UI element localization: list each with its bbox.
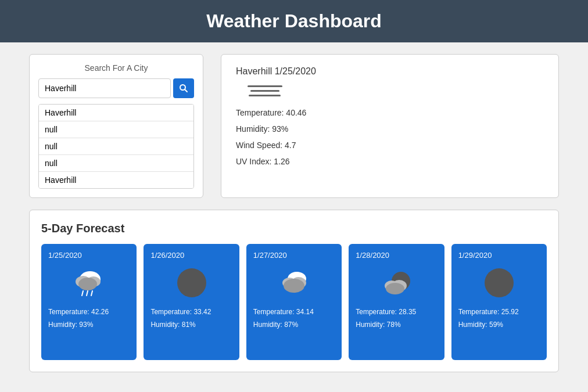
page-title: Weather Dashboard: [206, 10, 382, 31]
forecast-date-3: 1/27/2020: [253, 251, 335, 260]
forecast-date-4: 1/28/2020: [356, 251, 437, 260]
weather-stats: Temperature: 40.46 Humidity: 93% Wind Sp…: [236, 108, 544, 166]
forecast-card-5: 1/29/2020 Temperature: 25.92 Humidity: 5…: [451, 244, 547, 360]
svg-line-6: [82, 291, 83, 296]
main-content: Search For A City Haverhill null null nu…: [0, 42, 588, 384]
forecast-humidity-5: Humidity: 59%: [458, 321, 540, 329]
search-icon: [179, 84, 188, 93]
forecast-stats-5: Temperature: 25.92 Humidity: 59%: [458, 308, 540, 329]
svg-point-16: [386, 283, 404, 294]
forecast-icon-1: [48, 267, 130, 299]
forecast-card-3: 1/27/2020 Temperature: 34.14 Humidity: 8…: [246, 244, 342, 360]
svg-line-7: [87, 291, 88, 296]
partly-cloudy-icon: [379, 268, 414, 297]
forecast-temp-1: Temperature: 42.26: [48, 308, 130, 316]
page-header: Weather Dashboard: [0, 0, 588, 42]
forecast-icon-2: [150, 267, 232, 299]
forecast-icon-3: [253, 267, 335, 299]
forecast-title: 5-Day Forecast: [41, 222, 547, 235]
forecast-temp-4: Temperature: 28.35: [356, 308, 437, 316]
svg-line-8: [91, 291, 92, 296]
forecast-date-5: 1/29/2020: [458, 251, 540, 260]
fog-icon: [248, 85, 544, 96]
forecast-stats-4: Temperature: 28.35 Humidity: 78%: [356, 308, 437, 329]
weather-detail-panel: Haverhill 1/25/2020 Temperature: 40.46 H…: [221, 54, 559, 198]
forecast-stats-1: Temperature: 42.26 Humidity: 93%: [48, 308, 130, 329]
dropdown-item[interactable]: Haverhill: [39, 172, 193, 188]
forecast-humidity-2: Humidity: 81%: [150, 321, 232, 329]
dark-circle-icon-2: [177, 268, 206, 297]
forecast-card-2: 1/26/2020 Temperature: 33.42 Humidity: 8…: [144, 244, 239, 360]
humidity-stat: Humidity: 93%: [236, 124, 544, 134]
dark-circle-icon-5: [485, 268, 514, 297]
fog-line-2: [250, 90, 279, 92]
search-dropdown: Haverhill null null null Haverhill: [38, 104, 194, 189]
svg-point-5: [78, 278, 97, 290]
weather-detail-title: Haverhill 1/25/2020: [236, 66, 544, 77]
forecast-card-1: 1/25/2020 Temperature: 42.: [41, 244, 137, 360]
forecast-temp-2: Temperature: 33.42: [150, 308, 232, 316]
search-label: Search For A City: [38, 63, 194, 73]
search-input[interactable]: [38, 78, 171, 98]
forecast-cards: 1/25/2020 Temperature: 42.: [41, 244, 547, 360]
forecast-temp-3: Temperature: 34.14: [253, 308, 335, 316]
fog-line-3: [249, 95, 281, 96]
forecast-stats-2: Temperature: 33.42 Humidity: 81%: [150, 308, 232, 329]
fog-line-1: [248, 85, 282, 87]
forecast-icon-5: [458, 267, 540, 299]
dropdown-item[interactable]: null: [39, 155, 193, 172]
forecast-section: 5-Day Forecast 1/25/2020: [29, 210, 559, 372]
forecast-humidity-1: Humidity: 93%: [48, 321, 130, 329]
forecast-date-2: 1/26/2020: [150, 251, 232, 260]
svg-line-1: [185, 89, 187, 92]
forecast-date-1: 1/25/2020: [48, 251, 130, 260]
cloud-rain-icon: [71, 267, 106, 299]
forecast-humidity-3: Humidity: 87%: [253, 321, 335, 329]
search-button[interactable]: [173, 78, 194, 98]
forecast-icon-4: [356, 267, 437, 299]
dropdown-item[interactable]: null: [39, 138, 193, 155]
forecast-humidity-4: Humidity: 78%: [356, 321, 437, 329]
forecast-card-4: 1/28/2020 Temperature: 28.35 Humidity: 7…: [349, 244, 444, 360]
top-section: Search For A City Haverhill null null nu…: [29, 54, 559, 198]
search-panel: Search For A City Haverhill null null nu…: [29, 54, 203, 198]
uv-index-stat: UV Index: 1.26: [236, 157, 544, 166]
forecast-temp-5: Temperature: 25.92: [458, 308, 540, 316]
temperature-stat: Temperature: 40.46: [236, 108, 544, 117]
cloudy-icon: [277, 268, 311, 297]
forecast-stats-3: Temperature: 34.14 Humidity: 87%: [253, 308, 335, 329]
wind-speed-stat: Wind Speed: 4.7: [236, 141, 544, 150]
dropdown-item[interactable]: null: [39, 121, 193, 138]
search-row: [38, 78, 194, 98]
dropdown-item[interactable]: Haverhill: [39, 105, 193, 121]
svg-point-12: [284, 279, 304, 293]
